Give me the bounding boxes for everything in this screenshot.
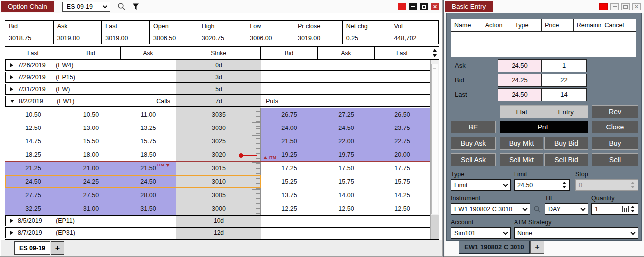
instrument-label: Instrument [451, 195, 480, 202]
scrollbar-track[interactable] [431, 215, 439, 239]
chevron-down-icon [503, 230, 508, 235]
orders-column-header: Cancel [601, 19, 636, 31]
quote-price-cell[interactable]: 24.50 [498, 59, 542, 72]
quote-price-cell[interactable]: 24.50 [498, 88, 542, 101]
buy-ask-button[interactable]: Buy Ask [451, 137, 496, 150]
add-tab-button[interactable]: + [530, 241, 544, 254]
sell-button[interactable]: Sell [592, 153, 638, 166]
filter-icon[interactable] [132, 3, 139, 10]
calculator-icon[interactable] [622, 206, 629, 212]
link-indicator-icon[interactable] [398, 3, 406, 10]
instrument-search-icon[interactable] [533, 205, 541, 215]
tab-ew1-190802-c-3010[interactable]: EW1 190802 C 3010 [459, 241, 530, 254]
buy-mkt-button[interactable]: Buy Mkt [500, 137, 543, 150]
option-price-cell: 24.00 [261, 121, 318, 134]
option-row[interactable]: 27.7527.5028.00300513.7514.0014.25 [5, 188, 430, 202]
step-up-icon[interactable] [631, 206, 635, 208]
maximize-button[interactable] [420, 3, 428, 10]
step-up-icon[interactable] [562, 182, 566, 184]
minimize-button[interactable] [610, 3, 619, 10]
expiry-days-cell: 12d [176, 228, 261, 238]
buy-bid-button[interactable]: Buy Bid [544, 137, 588, 150]
expiry-row[interactable]: 7/31/2019(EW)5d [5, 84, 430, 95]
atm-strategy-select[interactable]: None [514, 227, 638, 239]
limit-price-stepper[interactable]: 24.50 [514, 179, 570, 191]
sell-bid-button[interactable]: Sell Bid [544, 153, 588, 166]
entry-button[interactable]: Entry [544, 105, 589, 118]
step-down-icon[interactable] [562, 186, 566, 188]
sell-ask-button[interactable]: Sell Ask [451, 153, 496, 166]
chain-column-header: Bid [261, 47, 318, 59]
option-row[interactable]: 21.2521.0021.50301517.2517.5017.75 [5, 161, 430, 175]
collapse-arrow-icon[interactable] [10, 100, 14, 103]
strike-cell: 3000 [176, 202, 261, 215]
buy-button[interactable]: Buy [592, 137, 638, 150]
close-button[interactable]: × [431, 3, 439, 10]
expiry-date: 8/2/2019 [19, 98, 57, 105]
close-position-button[interactable]: Close [592, 121, 638, 133]
option-price-cell: 27.50 [61, 188, 121, 202]
quantity-stepper[interactable]: 1 [591, 203, 638, 215]
quote-row-bid: Bid24.2522 [451, 74, 600, 87]
basic-entry-titlebar: Basic Entry × [444, 0, 644, 13]
instrument-select[interactable]: EW1 190802 C 3010 [451, 203, 530, 215]
orders-empty-body [451, 32, 636, 57]
expiry-row[interactable]: 7/29/2019(EP15)3d [5, 72, 430, 83]
option-row[interactable]: 14.7515.5015.75302521.5022.0022.75 [5, 134, 430, 148]
tif-select[interactable]: DAY [545, 203, 588, 215]
expand-arrow-icon[interactable] [10, 231, 13, 235]
order-type-select[interactable]: Limit [451, 179, 511, 191]
orders-column-header: Type [512, 19, 542, 31]
option-price-cell: 10.50 [5, 108, 61, 121]
pnl-display[interactable]: PnL [500, 121, 588, 133]
maximize-button[interactable] [621, 3, 630, 10]
expiry-row[interactable]: 8/5/2019(EP11)10d [5, 215, 430, 226]
expiry-row[interactable]: 8/2/2019(EW1)Calls7dPuts [5, 96, 430, 107]
chain-scroll-buttons [430, 47, 439, 59]
scroll-up-icon[interactable] [433, 49, 437, 52]
tab-es-09-19[interactable]: ES 09-19 [14, 241, 50, 255]
basic-entry-window-title: Basic Entry [445, 1, 493, 12]
search-icon[interactable] [117, 2, 126, 11]
add-tab-button[interactable]: + [51, 241, 64, 255]
limit-price-value: 24.50 [517, 182, 533, 189]
expiry-label-cell: 7/31/2019(EW) [6, 84, 176, 94]
quote-price-cell[interactable]: 24.25 [498, 74, 542, 87]
option-row[interactable]: 32.2531.0031.50300012.2512.5012.50 [5, 202, 430, 215]
option-price-cell: 15.50 [61, 134, 121, 148]
option-row[interactable]: 10.5010.5011.00303526.7527.2526.50 [5, 108, 430, 121]
expiry-days-cell: 7d [176, 96, 261, 106]
minimize-button[interactable] [409, 3, 417, 10]
quote-row-label: Last [455, 88, 467, 101]
limit-label: Limit [514, 171, 527, 178]
vertical-scrollbar[interactable] [430, 60, 439, 239]
quote-row-last: Last24.5014 [451, 88, 600, 101]
flat-button[interactable]: Flat [500, 105, 544, 118]
option-chain-window: Option Chain ES 09-19 × BidAskLastOpenHi… [0, 0, 443, 257]
option-row-selected[interactable]: 24.5024.2524.50301015.2515.7515.75 [5, 175, 430, 188]
stop-price-stepper: 0 [575, 179, 638, 191]
sell-mkt-button[interactable]: Sell Mkt [500, 153, 543, 166]
option-row[interactable]: 18.2518.0018.50302019.2519.7520.00 [5, 148, 430, 161]
instrument-selector-dropdown[interactable]: ES 09-19 [62, 2, 110, 12]
scrollbar-thumb[interactable] [431, 64, 438, 214]
close-button[interactable]: × [632, 3, 641, 10]
option-price-cell: 18.00 [61, 148, 121, 161]
expand-arrow-icon[interactable] [10, 87, 13, 91]
expand-arrow-icon[interactable] [10, 63, 13, 67]
quote-header-cell: High [198, 21, 247, 32]
expiry-row[interactable]: 7/26/2019(EW4)0d [5, 60, 430, 71]
account-select[interactable]: Sim101 [451, 227, 511, 239]
expand-arrow-icon[interactable] [10, 75, 13, 79]
expiry-row[interactable]: 8/7/2019(EP31)12d [5, 227, 430, 238]
strike-cell: 3005 [176, 188, 261, 202]
step-down-icon[interactable] [631, 210, 635, 212]
link-indicator-icon[interactable] [599, 3, 608, 10]
chain-column-header: Strike [176, 47, 261, 59]
reverse-button[interactable]: Rev [592, 105, 638, 118]
expand-arrow-icon[interactable] [10, 219, 13, 223]
breakeven-button[interactable]: BE [451, 121, 496, 133]
quote-header-cell: Vol [390, 21, 438, 32]
scroll-down-icon[interactable] [433, 54, 437, 57]
option-row[interactable]: 12.5013.0013.25303024.0024.5023.75 [5, 121, 430, 134]
